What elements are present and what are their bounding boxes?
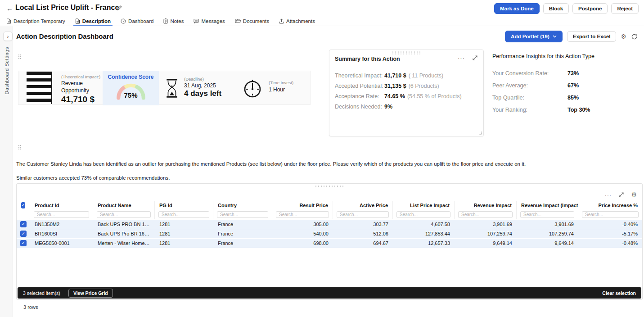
select-all-checkbox[interactable] [21, 202, 25, 208]
tab-bar: Description Temporary Description Dashbo… [0, 16, 644, 26]
chevron-down-icon [553, 35, 557, 38]
performance-insights-portlet: Performance Insights for this Action Typ… [492, 53, 639, 119]
summary-drag-handle[interactable] [392, 51, 420, 54]
header-actions: Mark as Done Block Postpone Reject [494, 3, 639, 14]
tab-attachments[interactable]: Attachments [279, 16, 315, 26]
deadline-label: (Deadline) [184, 77, 221, 82]
page-title: Local List Price Uplift - France [15, 4, 119, 12]
search-input[interactable] [34, 211, 89, 218]
document-icon [6, 18, 11, 24]
tab-description-temporary[interactable]: Description Temporary [6, 16, 65, 26]
expand-panel-button[interactable]: › [3, 32, 13, 41]
add-portlet-button[interactable]: Add Portlet (19) [505, 31, 563, 42]
row-count: 3 rows [23, 304, 38, 310]
search-input[interactable] [582, 211, 639, 218]
refresh-icon[interactable] [631, 33, 638, 40]
table-body: BN1350M2 Back UPS PRO BN 1350... 1281 Fr… [17, 220, 642, 248]
confidence-score-kpi: Confidence Score 75% [103, 71, 159, 105]
hourglass-icon [165, 78, 179, 99]
export-to-excel-button[interactable]: Export to Excel [567, 31, 617, 42]
column-header[interactable]: Revenue Impact (Impact) [517, 201, 578, 210]
search-input[interactable] [520, 211, 574, 218]
confidence-score-value: 75% [115, 91, 147, 99]
upload-icon [279, 18, 284, 24]
block-button[interactable]: Block [543, 3, 569, 14]
search-input[interactable] [97, 211, 151, 218]
tab-dashboard[interactable]: Dashboard [121, 16, 153, 26]
dashboard-gauge-icon [121, 18, 126, 24]
reject-button[interactable]: Reject [611, 3, 639, 14]
mark-as-done-button[interactable]: Mark as Done [494, 3, 540, 14]
selection-bar: 3 selected item(s) View Price Grid Clear… [18, 287, 641, 299]
top-header: ← Local List Price Uplift - France Mark … [0, 0, 644, 17]
summary-row-theoretical-impact: Theoretical Impact: 41,710 $ ( 11 Produc… [335, 72, 479, 83]
kpi-drag-handle[interactable] [18, 54, 22, 59]
description-paragraph-2: Similar customers accepted 73% of compar… [16, 175, 624, 181]
column-header[interactable]: Active Price [333, 201, 393, 210]
column-header[interactable]: PG Id [155, 201, 213, 210]
confidence-score-label: Confidence Score [103, 74, 159, 80]
tab-notes[interactable]: Notes [163, 16, 184, 26]
column-header[interactable]: Result Price [272, 201, 333, 210]
back-icon[interactable]: ← [6, 5, 13, 12]
dashboard-actions: Add Portlet (19) Export to Excel ⚙ [505, 31, 638, 42]
column-header[interactable]: Product Id [30, 201, 93, 210]
insights-row-top-quartile: Top Quartile: 85% [492, 95, 639, 107]
row-checkbox[interactable] [20, 231, 27, 237]
view-price-grid-button[interactable]: View Price Grid [68, 289, 113, 298]
description-drag-handle[interactable] [18, 145, 22, 149]
redacted-bars-image [27, 72, 52, 104]
resize-handle[interactable] [478, 131, 482, 135]
confidence-gauge: 75% [115, 81, 147, 100]
more-icon[interactable]: ··· [604, 192, 612, 198]
table-row[interactable]: MEG5050-0001 Merten - Wiser Home To... 1… [17, 239, 642, 248]
tab-documents[interactable]: Documents [235, 16, 269, 26]
column-header[interactable]: Revenue Impact [455, 201, 517, 210]
tab-description[interactable]: Description [75, 16, 111, 26]
revenue-opportunity-value: 41,710 $ [61, 95, 106, 104]
table-drag-handle[interactable] [315, 185, 343, 188]
table-header-row: Product Id Product Name PG Id Country Re… [17, 201, 642, 210]
products-table-portlet: ··· ⚙ Product Id Product Name PG Id Coun… [16, 183, 643, 300]
table-row[interactable]: BN1350M2 Back UPS PRO BN 1350... 1281 Fr… [17, 220, 642, 229]
clock-icon [243, 78, 262, 98]
column-header[interactable]: Country [213, 201, 272, 210]
kpi-strip: (Theoretical Impact:) Revenue Opportunit… [18, 71, 311, 105]
messages-icon [194, 18, 199, 24]
search-input[interactable] [217, 211, 268, 218]
summary-row-accepted-potential: Accepted Potential: 31,135 $ (6 Products… [335, 83, 479, 93]
edit-pencil-icon[interactable] [116, 5, 122, 11]
search-input[interactable] [337, 211, 389, 218]
revenue-opportunity-kpi: (Theoretical Impact:) Revenue Opportunit… [61, 74, 106, 104]
search-input[interactable] [276, 211, 329, 218]
column-header[interactable]: List Price Impact [393, 201, 455, 210]
time-invest-kpi: (Time Invest) 1 Hour [269, 80, 293, 93]
summary-row-decisions-needed: Decisions Needed: 9% [335, 104, 479, 114]
column-header[interactable]: Product Name [93, 201, 155, 210]
settings-gear-icon[interactable]: ⚙ [621, 33, 626, 40]
summary-portlet: Summary for this Action ··· Theoretical … [329, 50, 484, 136]
dashboard-title: Action Description Dashboard [16, 32, 113, 40]
folder-icon [235, 18, 241, 23]
search-input[interactable] [158, 211, 209, 218]
search-input[interactable] [458, 211, 513, 218]
insights-row-ranking: Your Ranking: Top 30% [492, 107, 639, 119]
document-icon [75, 18, 80, 24]
deadline-date: 31 Aug, 2025 [184, 82, 221, 89]
expand-icon[interactable] [618, 192, 624, 198]
row-checkbox[interactable] [20, 240, 27, 246]
row-checkbox[interactable] [20, 221, 27, 227]
search-input[interactable] [396, 211, 450, 218]
tab-messages[interactable]: Messages [194, 16, 225, 26]
table-row[interactable]: BR1600SI Back UPS Pro BR 1600V... 1281 F… [17, 229, 642, 239]
more-icon[interactable]: ··· [458, 55, 465, 61]
expand-icon[interactable] [472, 55, 478, 61]
summary-rows: Theoretical Impact: 41,710 $ ( 11 Produc… [335, 72, 479, 114]
postpone-button[interactable]: Postpone [572, 3, 608, 14]
clear-selection-button[interactable]: Clear selection [602, 290, 636, 296]
deadline-days-left: 4 days left [184, 89, 221, 98]
column-header[interactable]: Price Increase % [578, 201, 642, 210]
table-gear-icon[interactable]: ⚙ [631, 190, 637, 199]
dashboard-settings-panel: › Dashboard Settings [0, 26, 13, 317]
insights-row-peer-average: Peer Average: 67% [492, 82, 639, 95]
